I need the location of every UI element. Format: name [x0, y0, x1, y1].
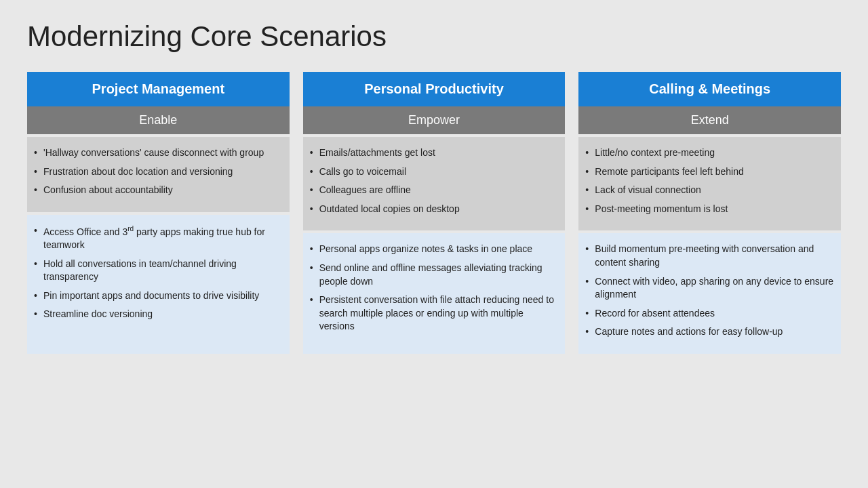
problem-item: 'Hallway conversations' cause disconnect…	[31, 146, 283, 160]
solution-item: Send online and offline messages allevia…	[307, 262, 559, 288]
header-calling-meetings: Calling & Meetings	[578, 72, 841, 106]
solutions-calling-meetings: Build momentum pre-meeting with conversa…	[578, 233, 841, 354]
problem-item: Lack of visual connection	[583, 184, 834, 197]
header-personal-productivity: Personal Productivity	[303, 72, 566, 106]
solution-item: Access Office and 3rd party apps making …	[31, 224, 283, 252]
problem-item: Confusion about accountability	[31, 184, 283, 197]
solution-item: Record for absent attendees	[583, 307, 834, 321]
problems-project-management: 'Hallway conversations' cause disconnect…	[27, 137, 290, 212]
problem-item: Little/no context pre-meeting	[583, 146, 834, 160]
solutions-personal-productivity: Personal apps organize notes & tasks in …	[303, 233, 566, 354]
problem-item: Colleagues are offline	[307, 184, 559, 197]
problem-item: Post-meeting momentum is lost	[583, 203, 834, 216]
solution-item: Capture notes and actions for easy follo…	[583, 325, 834, 339]
column-project-management: Project ManagementEnable'Hallway convers…	[27, 72, 290, 354]
page-title: Modernizing Core Scenarios	[27, 20, 841, 53]
column-personal-productivity: Personal ProductivityEmpowerEmails/attac…	[303, 72, 566, 354]
problem-item: Frustration about doc location and versi…	[31, 165, 283, 179]
solution-item: Build momentum pre-meeting with conversa…	[583, 243, 834, 269]
header-project-management: Project Management	[27, 72, 290, 106]
solution-item: Hold all conversations in team/channel d…	[31, 258, 283, 284]
column-calling-meetings: Calling & MeetingsExtendLittle/no contex…	[578, 72, 841, 354]
problem-item: Calls go to voicemail	[307, 165, 559, 179]
solution-item: Connect with video, app sharing on any d…	[583, 275, 834, 302]
subheader-project-management: Enable	[27, 106, 290, 134]
solution-item: Streamline doc versioning	[31, 308, 283, 321]
problem-item: Outdated local copies on desktop	[307, 203, 559, 216]
problems-personal-productivity: Emails/attachments get lostCalls go to v…	[303, 137, 566, 230]
problems-calling-meetings: Little/no context pre-meetingRemote part…	[578, 137, 841, 230]
subheader-calling-meetings: Extend	[578, 106, 841, 134]
problem-item: Remote participants feel left behind	[583, 165, 834, 179]
solution-item: Pin important apps and documents to driv…	[31, 289, 283, 303]
main-grid: Project ManagementEnable'Hallway convers…	[27, 72, 841, 354]
subheader-personal-productivity: Empower	[303, 106, 566, 134]
problem-item: Emails/attachments get lost	[307, 146, 559, 160]
solution-item: Personal apps organize notes & tasks in …	[307, 243, 559, 256]
solution-item: Persistent conversation with file attach…	[307, 293, 559, 333]
solutions-project-management: Access Office and 3rd party apps making …	[27, 215, 290, 354]
